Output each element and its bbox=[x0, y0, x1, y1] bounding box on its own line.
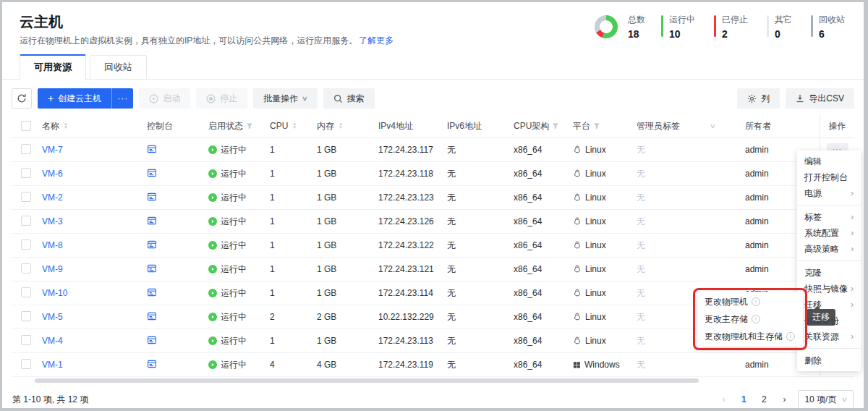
row-checkbox[interactable] bbox=[21, 311, 31, 321]
pagination-page-button[interactable]: 2 bbox=[757, 394, 770, 404]
create-vm-button[interactable]: + 创建云主机 bbox=[38, 88, 111, 109]
row-checkbox[interactable] bbox=[21, 144, 31, 154]
tab[interactable]: 回收站 bbox=[90, 55, 147, 79]
submenu-arrow-icon: › bbox=[851, 244, 854, 254]
table-row: VM-2 运行中 1 1 GB 172.24.23.123 bbox=[12, 186, 854, 210]
menu-item[interactable]: 快照与镜像 › bbox=[797, 281, 861, 297]
submenu-arrow-icon: › bbox=[851, 188, 854, 198]
stat-value: 10 bbox=[669, 28, 695, 40]
table-footer: 第 1-10 项, 共 12 项 ‹ 1 2 › 10 项/页 ∨ bbox=[12, 383, 854, 408]
console-icon[interactable] bbox=[147, 192, 157, 202]
menu-item[interactable]: 关联资源 › bbox=[797, 329, 861, 344]
console-icon[interactable] bbox=[147, 144, 157, 154]
vm-name-link[interactable]: VM-9 bbox=[42, 264, 63, 274]
search-button[interactable]: 搜索 bbox=[323, 88, 375, 109]
console-icon[interactable] bbox=[147, 311, 157, 321]
vm-name-link[interactable]: VM-6 bbox=[42, 169, 63, 179]
select-all-checkbox[interactable] bbox=[21, 121, 31, 131]
filter-icon[interactable] bbox=[552, 122, 559, 130]
submenu-arrow-icon: › bbox=[851, 212, 854, 222]
column-header-status[interactable]: 启用状态 bbox=[208, 120, 270, 132]
column-header-cpu[interactable]: CPU ▲▼ bbox=[270, 121, 317, 131]
cpu-arch-value: x86_64 bbox=[514, 264, 573, 274]
vm-name-link[interactable]: VM-3 bbox=[42, 216, 63, 226]
console-icon[interactable] bbox=[147, 359, 157, 369]
menu-item[interactable]: 打开控制台 bbox=[797, 169, 861, 185]
vm-name-link[interactable]: VM-7 bbox=[42, 145, 63, 155]
row-checkbox[interactable] bbox=[21, 168, 31, 178]
stat-color-bar bbox=[714, 15, 716, 37]
tab[interactable]: 可用资源 bbox=[20, 54, 86, 79]
horizontal-scrollbar-thumb[interactable] bbox=[35, 378, 699, 383]
console-icon[interactable] bbox=[147, 240, 157, 250]
row-checkbox[interactable] bbox=[21, 216, 31, 226]
cpu-value: 1 bbox=[270, 240, 317, 250]
row-checkbox[interactable] bbox=[21, 263, 31, 274]
column-header-name[interactable]: 名称 ▲▼ bbox=[42, 120, 147, 132]
row-checkbox[interactable] bbox=[21, 240, 31, 250]
export-csv-button[interactable]: 导出CSV bbox=[786, 88, 854, 109]
vm-name-link[interactable]: VM-1 bbox=[42, 360, 63, 370]
menu-item[interactable]: 克隆 bbox=[797, 265, 861, 281]
vm-name-link[interactable]: VM-5 bbox=[42, 312, 63, 322]
pagination-page-button[interactable]: 1 bbox=[737, 394, 750, 404]
admin-tag-value: 无 bbox=[637, 216, 745, 228]
vm-name-link[interactable]: VM-2 bbox=[42, 192, 63, 203]
pagination-next-button[interactable]: › bbox=[778, 394, 791, 404]
menu-item[interactable]: 高级策略 › bbox=[797, 241, 861, 257]
console-icon[interactable] bbox=[147, 263, 157, 274]
submenu-item[interactable]: 更改物理机和主存储 i bbox=[697, 328, 803, 345]
row-checkbox[interactable] bbox=[21, 335, 31, 345]
status-donut-chart bbox=[595, 15, 618, 38]
status-text: 运行中 bbox=[221, 287, 247, 300]
tab-bar: 可用资源 回收站 bbox=[2, 54, 864, 80]
batch-label: 批量操作 bbox=[263, 93, 298, 105]
stat-item: 已停止 2 bbox=[714, 14, 748, 40]
menu-item[interactable]: 标签 › bbox=[797, 209, 861, 225]
menu-item-label: 编辑 bbox=[804, 156, 822, 168]
filter-icon[interactable] bbox=[246, 122, 253, 130]
refresh-button[interactable] bbox=[12, 88, 32, 109]
pagination-prev-button[interactable]: ‹ bbox=[717, 394, 730, 404]
cpu-value: 1 bbox=[270, 216, 317, 226]
submenu-arrow-icon: › bbox=[851, 331, 854, 342]
platform-value: Linux bbox=[585, 336, 606, 346]
column-header-arch[interactable]: CPU架构 bbox=[514, 120, 573, 132]
stop-vm-button[interactable]: 停止 bbox=[196, 88, 247, 109]
menu-item[interactable]: 编辑 bbox=[797, 153, 861, 169]
page-size-select[interactable]: 10 项/页 ∨ bbox=[798, 390, 854, 408]
table-row: VM-8 运行中 1 1 GB 172.24.23.122 bbox=[12, 234, 854, 258]
learn-more-link[interactable]: 了解更多 bbox=[359, 35, 393, 46]
console-icon[interactable] bbox=[147, 168, 157, 178]
row-checkbox[interactable] bbox=[21, 192, 31, 202]
submenu-item[interactable]: 更改主存储 i bbox=[697, 310, 803, 328]
console-icon[interactable] bbox=[147, 287, 157, 297]
submenu-item[interactable]: 更改物理机 i bbox=[697, 293, 803, 310]
menu-item[interactable]: 删除 bbox=[797, 352, 861, 368]
row-checkbox[interactable] bbox=[21, 287, 31, 297]
header-label: 操作 bbox=[829, 120, 846, 132]
column-header-platform[interactable]: 平台 bbox=[573, 120, 637, 132]
info-circle-icon: i bbox=[752, 297, 760, 306]
column-settings-button[interactable]: 列 bbox=[737, 88, 780, 109]
vm-name-link[interactable]: VM-4 bbox=[42, 336, 63, 346]
menu-item[interactable]: 系统配置 › bbox=[797, 225, 861, 241]
sort-icon: ▲▼ bbox=[339, 122, 343, 130]
menu-item[interactable]: 电源 › bbox=[797, 185, 861, 201]
console-icon[interactable] bbox=[147, 216, 157, 226]
column-header-memory[interactable]: 内存 ▲▼ bbox=[317, 120, 378, 132]
batch-operations-button[interactable]: 批量操作 ∨ bbox=[253, 88, 318, 109]
column-header-admin-tag[interactable]: 管理员标签 ∨ bbox=[637, 120, 745, 132]
create-vm-more-button[interactable]: ··· bbox=[111, 88, 133, 109]
console-icon[interactable] bbox=[147, 335, 157, 345]
filter-icon[interactable] bbox=[593, 122, 600, 130]
running-status-icon bbox=[208, 145, 217, 154]
menu-divider bbox=[797, 205, 861, 206]
vm-name-link[interactable]: VM-10 bbox=[42, 288, 67, 298]
row-checkbox[interactable] bbox=[21, 359, 31, 369]
create-vm-label: 创建云主机 bbox=[58, 93, 101, 105]
start-vm-button[interactable]: 启动 bbox=[139, 88, 190, 109]
vm-name-link[interactable]: VM-8 bbox=[42, 240, 63, 250]
header-label: 所有者 bbox=[745, 120, 771, 132]
start-label: 启动 bbox=[163, 93, 180, 105]
